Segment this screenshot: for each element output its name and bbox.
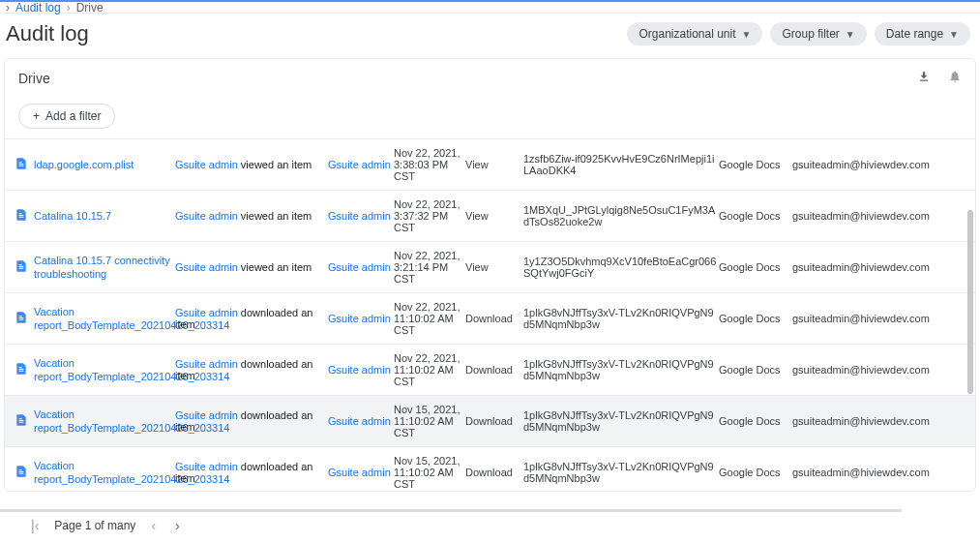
chevron-right-icon: › bbox=[67, 1, 71, 15]
actor-link[interactable]: Gsuite admin bbox=[175, 307, 238, 318]
event-cell: Download bbox=[465, 313, 523, 324]
user-link[interactable]: Gsuite admin bbox=[328, 261, 391, 273]
description-cell: Gsuite admin downloaded an item bbox=[175, 307, 328, 330]
table-row[interactable]: Catalina 10.15.7 connectivity troublesho… bbox=[5, 241, 975, 292]
event-cell: Download bbox=[465, 364, 523, 376]
description-tail: viewed an item bbox=[238, 159, 312, 170]
table-row[interactable]: Vacation report_BodyTemplate_20210426_20… bbox=[5, 446, 975, 491]
user-link[interactable]: Gsuite admin bbox=[328, 415, 391, 427]
date-range-filter[interactable]: Date range ▼ bbox=[875, 22, 970, 45]
doc-type-cell: Google Docs bbox=[719, 415, 792, 427]
date-cell: Nov 15, 2021, 11:10:02 AM CST bbox=[394, 455, 465, 490]
add-filter-row: + Add a filter bbox=[5, 98, 975, 138]
breadcrumb: › Audit log › Drive bbox=[0, 0, 980, 14]
actor-link[interactable]: Gsuite admin bbox=[175, 261, 238, 273]
user-link[interactable]: Gsuite admin bbox=[328, 159, 391, 170]
audit-card: Drive + Add a filter ldap.google.com.pli… bbox=[4, 58, 976, 492]
docs-file-icon bbox=[15, 412, 28, 430]
breadcrumb-root-sep: › bbox=[6, 1, 10, 15]
event-cell: View bbox=[465, 159, 523, 170]
scrollbar[interactable] bbox=[967, 210, 973, 394]
user-link[interactable]: Gsuite admin bbox=[328, 467, 391, 478]
download-svg bbox=[917, 69, 931, 84]
user-cell: Gsuite admin bbox=[328, 467, 394, 478]
user-cell: Gsuite admin bbox=[328, 415, 394, 427]
actor-link[interactable]: Gsuite admin bbox=[175, 461, 238, 472]
pager-next[interactable]: › bbox=[171, 518, 184, 533]
user-cell: Gsuite admin bbox=[328, 313, 394, 324]
description-cell: Gsuite admin viewed an item bbox=[175, 261, 328, 273]
owner-cell: gsuiteadmin@hiviewdev.com bbox=[792, 467, 937, 478]
bell-icon[interactable] bbox=[948, 69, 962, 88]
pager-first[interactable]: |‹ bbox=[27, 518, 43, 533]
description-cell: Gsuite admin downloaded an item bbox=[175, 409, 328, 433]
actor-link[interactable]: Gsuite admin bbox=[175, 159, 238, 170]
org-unit-filter[interactable]: Organizational unit ▼ bbox=[627, 22, 762, 45]
group-filter[interactable]: Group filter ▼ bbox=[770, 22, 866, 45]
download-icon[interactable] bbox=[917, 69, 931, 88]
doc-type-cell: Google Docs bbox=[719, 467, 792, 478]
pager-prev[interactable]: ‹ bbox=[147, 518, 160, 533]
owner-cell: gsuiteadmin@hiviewdev.com bbox=[792, 313, 937, 324]
add-filter-button[interactable]: + Add a filter bbox=[18, 104, 115, 129]
table-row[interactable]: Vacation report_BodyTemplate_20210426_20… bbox=[5, 344, 975, 395]
doc-type-cell: Google Docs bbox=[719, 210, 792, 222]
table-row[interactable]: Vacation report_BodyTemplate_20210426_20… bbox=[5, 395, 975, 446]
document-link[interactable]: Catalina 10.15.7 bbox=[34, 209, 111, 223]
owner-cell: gsuiteadmin@hiviewdev.com bbox=[792, 159, 937, 170]
page-title: Audit log bbox=[6, 21, 627, 46]
table-row[interactable]: Catalina 10.15.7Gsuite admin viewed an i… bbox=[5, 190, 975, 241]
date-cell: Nov 22, 2021, 11:10:02 AM CST bbox=[394, 301, 465, 336]
org-unit-label: Organizational unit bbox=[638, 27, 735, 41]
audit-table[interactable]: ldap.google.com.plistGsuite admin viewed… bbox=[5, 138, 975, 491]
header-filters: Organizational unit ▼ Group filter ▼ Dat… bbox=[627, 22, 970, 45]
doc-type-cell: Google Docs bbox=[719, 261, 792, 273]
breadcrumb-current: Drive bbox=[76, 1, 104, 15]
user-link[interactable]: Gsuite admin bbox=[328, 210, 391, 222]
pager: |‹ Page 1 of many ‹ › bbox=[19, 512, 192, 539]
date-cell: Nov 22, 2021, 3:37:32 PM CST bbox=[394, 198, 465, 233]
document-id-cell: 1plkG8vNJffTsy3xV-TLv2Kn0RIQVPgN9d5MNqmN… bbox=[523, 461, 719, 484]
user-cell: Gsuite admin bbox=[328, 261, 394, 273]
document-id-cell: 1y1Z3O5Dkvhmq9XcV10feBtoEaCgr066SQtYwj0F… bbox=[523, 256, 719, 279]
doc-type-cell: Google Docs bbox=[719, 159, 792, 170]
description-cell: Gsuite admin downloaded an item bbox=[175, 358, 328, 381]
doc-type-cell: Google Docs bbox=[719, 313, 792, 324]
table-row[interactable]: ldap.google.com.plistGsuite admin viewed… bbox=[5, 138, 975, 190]
user-link[interactable]: Gsuite admin bbox=[328, 313, 391, 324]
document-link[interactable]: ldap.google.com.plist bbox=[34, 158, 134, 171]
description-cell: Gsuite admin viewed an item bbox=[175, 210, 328, 222]
event-cell: View bbox=[465, 210, 523, 222]
chevron-down-icon: ▼ bbox=[846, 29, 855, 40]
date-cell: Nov 15, 2021, 11:10:02 AM CST bbox=[394, 404, 465, 438]
pager-text: Page 1 of many bbox=[54, 519, 135, 532]
owner-cell: gsuiteadmin@hiviewdev.com bbox=[792, 261, 937, 273]
actor-link[interactable]: Gsuite admin bbox=[175, 210, 238, 222]
owner-cell: gsuiteadmin@hiviewdev.com bbox=[792, 415, 937, 427]
card-title: Drive bbox=[18, 71, 917, 86]
event-cell: View bbox=[465, 261, 523, 273]
date-range-label: Date range bbox=[886, 27, 943, 41]
docs-file-icon bbox=[15, 361, 28, 378]
docs-file-icon bbox=[15, 258, 28, 276]
docs-file-icon bbox=[15, 156, 28, 173]
date-cell: Nov 22, 2021, 11:10:02 AM CST bbox=[394, 352, 465, 387]
user-cell: Gsuite admin bbox=[328, 210, 394, 222]
user-link[interactable]: Gsuite admin bbox=[328, 364, 391, 376]
document-id-cell: 1zsfb6Ziw-if0925KvvHvE9Cz6NrIMepji1iLAao… bbox=[523, 153, 719, 176]
document-id-cell: 1MBXqU_JPtGLylqig8Ne5OsuC1FyM3AdTsOs82uo… bbox=[523, 204, 719, 227]
breadcrumb-audit-log[interactable]: Audit log bbox=[15, 1, 61, 15]
actor-link[interactable]: Gsuite admin bbox=[175, 409, 238, 421]
actor-link[interactable]: Gsuite admin bbox=[175, 358, 238, 370]
card-header: Drive bbox=[5, 59, 975, 98]
table-row[interactable]: Vacation report_BodyTemplate_20210426_20… bbox=[5, 292, 975, 344]
docs-file-icon bbox=[15, 207, 28, 225]
owner-cell: gsuiteadmin@hiviewdev.com bbox=[792, 210, 937, 222]
event-cell: Download bbox=[465, 467, 523, 478]
owner-cell: gsuiteadmin@hiviewdev.com bbox=[792, 364, 937, 376]
doc-type-cell: Google Docs bbox=[719, 364, 792, 376]
document-link[interactable]: Catalina 10.15.7 connectivity troublesho… bbox=[34, 254, 175, 282]
bell-svg bbox=[948, 69, 962, 84]
document-id-cell: 1plkG8vNJffTsy3xV-TLv2Kn0RIQVPgN9d5MNqmN… bbox=[523, 358, 719, 381]
docs-file-icon bbox=[15, 464, 28, 481]
